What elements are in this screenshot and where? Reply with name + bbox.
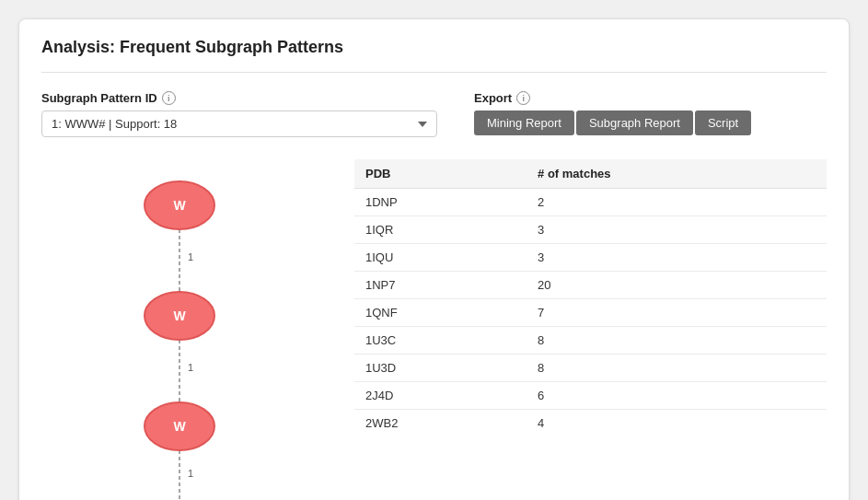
pattern-label: Subgraph Pattern ID i <box>41 91 437 105</box>
cell-matches: 7 <box>527 299 827 327</box>
matches-table: PDB # of matches 1DNP21IQR31IQU31NP7201Q… <box>354 159 827 436</box>
node-w2-label: W <box>173 308 186 323</box>
pattern-section: Subgraph Pattern ID i 1: WWW# | Support:… <box>41 91 437 137</box>
content-row: 1 1 1 W W W NP <box>41 159 827 500</box>
pattern-info-icon[interactable]: i <box>162 91 176 105</box>
graph-svg: 1 1 1 W W W NP <box>87 169 272 500</box>
table-row: 1IQR3 <box>354 216 827 244</box>
cell-pdb: 2WB2 <box>354 410 527 437</box>
pattern-select[interactable]: 1: WWW# | Support: 18 <box>41 110 437 137</box>
table-row: 1QNF7 <box>354 299 827 327</box>
node-w3-label: W <box>173 419 186 434</box>
cell-matches: 2 <box>527 189 827 216</box>
cell-pdb: 1IQR <box>354 216 527 244</box>
export-section: Export i Mining Report Subgraph Report S… <box>474 91 827 135</box>
node-w1-label: W <box>173 198 186 213</box>
cell-matches: 8 <box>527 355 827 382</box>
table-row: 1IQU3 <box>354 244 827 272</box>
table-row: 2WB24 <box>354 410 827 437</box>
export-label: Export i <box>474 91 827 105</box>
top-row: Subgraph Pattern ID i 1: WWW# | Support:… <box>41 91 827 137</box>
page-title: Analysis: Frequent Subgraph Patterns <box>41 38 827 73</box>
table-row: 1U3C8 <box>354 327 827 355</box>
cell-matches: 6 <box>527 382 827 410</box>
cell-pdb: 1U3C <box>354 327 527 355</box>
cell-pdb: 1QNF <box>354 299 527 327</box>
subgraph-report-button[interactable]: Subgraph Report <box>576 110 693 135</box>
cell-pdb: 1NP7 <box>354 272 527 299</box>
table-area: PDB # of matches 1DNP21IQR31IQU31NP7201Q… <box>354 159 827 436</box>
edge-label-3: 1 <box>188 468 193 479</box>
table-row: 2J4D6 <box>354 382 827 410</box>
cell-matches: 3 <box>527 244 827 272</box>
script-button[interactable]: Script <box>695 110 751 135</box>
export-buttons: Mining Report Subgraph Report Script <box>474 110 827 135</box>
cell-pdb: 1IQU <box>354 244 527 272</box>
graph-area: 1 1 1 W W W NP <box>41 159 318 500</box>
table-row: 1NP720 <box>354 272 827 299</box>
main-card: Analysis: Frequent Subgraph Patterns Sub… <box>18 18 850 500</box>
edge-label-1: 1 <box>188 251 193 262</box>
cell-matches: 4 <box>527 410 827 437</box>
table-row: 1U3D8 <box>354 355 827 382</box>
cell-matches: 3 <box>527 216 827 244</box>
cell-matches: 8 <box>527 327 827 355</box>
col-matches: # of matches <box>527 159 827 189</box>
edge-label-2: 1 <box>188 362 193 373</box>
export-info-icon[interactable]: i <box>516 91 530 105</box>
table-header-row: PDB # of matches <box>354 159 827 189</box>
cell-pdb: 1DNP <box>354 189 527 216</box>
cell-matches: 20 <box>527 272 827 299</box>
table-row: 1DNP2 <box>354 189 827 216</box>
cell-pdb: 1U3D <box>354 355 527 382</box>
mining-report-button[interactable]: Mining Report <box>474 110 574 135</box>
col-pdb: PDB <box>354 159 527 189</box>
cell-pdb: 2J4D <box>354 382 527 410</box>
